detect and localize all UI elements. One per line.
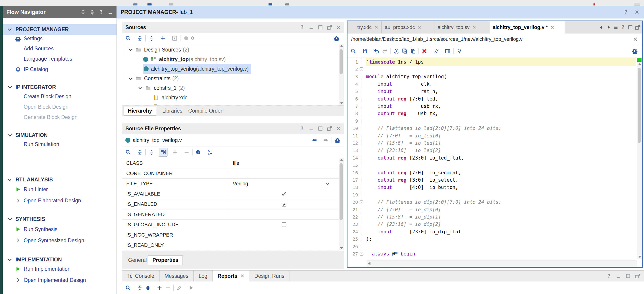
code-line-13[interactable]: 13 // [23:16] = io_led[2]: [348, 147, 640, 154]
expand-all-icon[interactable]: [147, 148, 156, 156]
maximize-icon[interactable]: [628, 24, 633, 30]
chevron-down-icon[interactable]: [128, 75, 134, 81]
close-path-icon[interactable]: [632, 36, 638, 42]
expand-all-icon[interactable]: [144, 284, 152, 292]
expand-all-icon[interactable]: [147, 34, 156, 42]
sidebar-item-open-synthesized-design[interactable]: Open Synthesized Design: [3, 235, 116, 246]
sidebar-item-open-implemented-design[interactable]: Open Implemented Design: [3, 275, 116, 285]
sort-az-icon[interactable]: AZ: [206, 148, 214, 156]
console-tab-messages[interactable]: Messages: [160, 270, 194, 281]
sidebar-item-run-simulation[interactable]: Run Simulation: [3, 139, 116, 150]
remove-icon[interactable]: [182, 148, 191, 156]
scroll-left-arrow[interactable]: [368, 262, 370, 265]
editor-tab-au-props-xdc[interactable]: au_props.xdc✕: [382, 21, 434, 34]
console-tab-design-runs[interactable]: Design Runs: [250, 270, 290, 281]
code-line-9[interactable]: 9: [348, 117, 640, 125]
editor-hscrollbar[interactable]: [366, 260, 636, 266]
fold-marker-icon[interactable]: [359, 252, 364, 256]
tree-item-alchitry-xdc[interactable]: alchitry.xdc: [122, 93, 338, 102]
help-icon[interactable]: ?: [620, 24, 626, 30]
code-line-1[interactable]: 1`timescale 1ns / 1ps: [348, 58, 640, 66]
paste-icon[interactable]: [409, 47, 417, 55]
redo-icon[interactable]: [381, 47, 389, 55]
code-line-11[interactable]: 11 // [7:0] = io_led[0]: [348, 132, 640, 139]
edit-icon[interactable]: [175, 284, 184, 292]
add-icon[interactable]: [156, 284, 164, 292]
console-tab-tcl-console[interactable]: Tcl Console: [122, 270, 160, 281]
search-icon[interactable]: [124, 148, 132, 156]
tab-compile-order[interactable]: Compile Order: [188, 108, 222, 114]
properties-tree-icon[interactable]: [159, 148, 168, 157]
search-icon[interactable]: [349, 47, 358, 55]
maximize-icon[interactable]: [625, 273, 631, 279]
code-line-15[interactable]: 15: [348, 162, 640, 169]
help-icon[interactable]: ?: [299, 24, 306, 31]
property-value[interactable]: [229, 168, 339, 179]
sidebar-item-create-block-design[interactable]: Create Block Design: [3, 91, 116, 102]
tree-item-alchitry-top[interactable]: alchitry_top (alchitry_top.sv): [122, 55, 338, 64]
code-line-2[interactable]: 2: [348, 65, 640, 73]
search-icon[interactable]: [124, 34, 132, 42]
code-line-18[interactable]: 18 input [4:0] io_button,: [348, 184, 640, 191]
code-line-8[interactable]: 8 output reg usb_tx,: [348, 110, 640, 117]
copy-icon[interactable]: [400, 47, 409, 55]
console-tab-reports[interactable]: Reports✕: [212, 270, 250, 281]
property-value[interactable]: [229, 199, 339, 209]
tree-item-constrs-1[interactable]: constrs_1(2): [122, 83, 338, 93]
help-icon[interactable]: ?: [98, 9, 104, 15]
menu-icon[interactable]: [613, 24, 619, 30]
fold-marker-icon[interactable]: [359, 200, 364, 204]
sources-tree[interactable]: Design Sources(2)alchitry_top (alchitry_…: [122, 44, 338, 105]
tab-hierarchy[interactable]: Hierarchy: [124, 106, 156, 115]
code-line-23[interactable]: 23 // [23:16] = io_dip[2]: [348, 221, 640, 228]
code-line-19[interactable]: 19: [348, 191, 640, 199]
settings-gear-icon[interactable]: [334, 136, 342, 144]
columns-icon[interactable]: [444, 47, 452, 55]
code-line-17[interactable]: 17 output reg [3:0] io_select,: [348, 176, 640, 184]
float-icon[interactable]: [326, 125, 333, 132]
delete-icon[interactable]: [420, 47, 428, 55]
settings-gear-icon[interactable]: [332, 34, 341, 42]
float-icon[interactable]: [635, 24, 640, 30]
light-bulb-icon[interactable]: [455, 47, 463, 55]
code-line-27[interactable]: 27 always @* begin: [348, 250, 640, 257]
property-value[interactable]: Verilog: [229, 179, 339, 189]
collapse-all-icon[interactable]: [136, 284, 144, 292]
sidebar-item-open-elaborated-design[interactable]: Open Elaborated Design: [3, 195, 116, 206]
tree-item-alchitry-top-verilog[interactable]: alchitry_top_verilog (alchitry_top_veril…: [122, 64, 338, 74]
close-icon[interactable]: [335, 125, 342, 132]
add-icon[interactable]: [159, 34, 167, 42]
code-line-6[interactable]: 6 output reg [7:0] led,: [348, 95, 640, 103]
tab-general[interactable]: General: [128, 257, 147, 263]
close-tab-icon[interactable]: ✕: [374, 25, 378, 30]
code-line-7[interactable]: 7 input usb_rx,: [348, 102, 640, 110]
settings-gear-icon[interactable]: [630, 47, 639, 55]
tree-item-design-sources[interactable]: Design Sources(2): [122, 45, 338, 55]
code-line-26[interactable]: 26: [348, 243, 640, 250]
editor-tab-alchitry-top-verilog-v[interactable]: alchitry_top_verilog.v *✕: [490, 21, 564, 34]
close-tab-icon[interactable]: ✕: [418, 25, 422, 30]
forward-arrow-icon[interactable]: [322, 136, 330, 144]
code-line-10[interactable]: 10 // Flattened io_led[2:0][7:0] into 24…: [348, 125, 640, 132]
code-line-3[interactable]: 3module alchitry_top_verilog(: [348, 73, 640, 80]
save-icon[interactable]: [361, 47, 369, 55]
code-line-5[interactable]: 5 input rst_n,: [348, 88, 640, 95]
add-icon[interactable]: [171, 148, 179, 156]
sidebar-item-run-implementation[interactable]: Run Implementation: [3, 264, 116, 274]
checkbox-checked-icon[interactable]: [229, 201, 339, 207]
console-tab-log[interactable]: Log: [194, 270, 212, 281]
fold-marker-icon[interactable]: [359, 67, 364, 71]
sidebar-section-synthesis[interactable]: SYNTHESIS: [3, 214, 116, 224]
editor-scrollbar[interactable]: [637, 62, 642, 259]
sidebar-item-ip-catalog[interactable]: IP Catalog: [3, 64, 116, 75]
chevron-down-icon[interactable]: [325, 181, 330, 186]
code-line-16[interactable]: 16 output reg [7:0] io_segment,: [348, 169, 640, 176]
remove-icon[interactable]: [164, 284, 172, 292]
chevron-down-icon[interactable]: [138, 85, 143, 91]
code-line-4[interactable]: 4 input clk,: [348, 80, 640, 88]
prev-tab-icon[interactable]: [598, 24, 604, 30]
minimize-icon[interactable]: [308, 24, 315, 31]
float-icon[interactable]: [635, 273, 640, 279]
close-tab-icon[interactable]: ✕: [550, 25, 554, 30]
minimize-icon[interactable]: [308, 125, 315, 132]
